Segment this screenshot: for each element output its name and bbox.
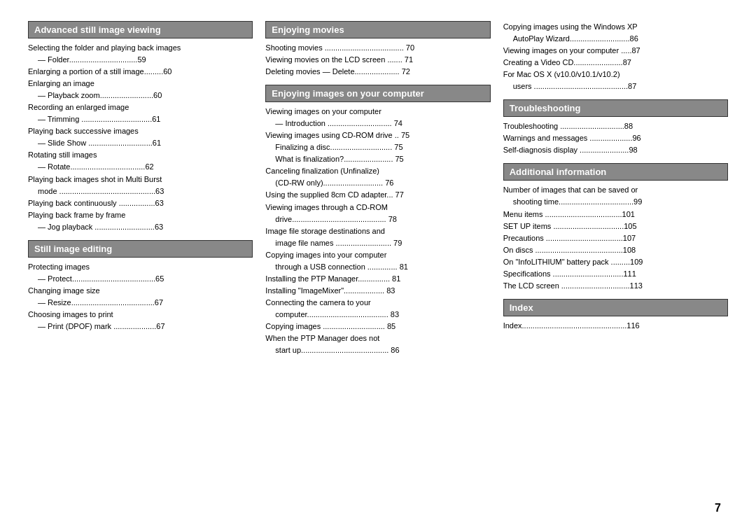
toc-entry: Index...................................… [503, 320, 728, 332]
section-header-troubleshooting: Troubleshooting [503, 99, 728, 117]
toc-entry: Connecting the camera to your [265, 297, 490, 309]
toc-entry: image file names .......................… [265, 237, 490, 249]
section-index: Index Index.............................… [503, 299, 728, 332]
toc-entry: AutoPlay Wizard.........................… [503, 33, 728, 45]
section-still-image-editing: Still image editing Protecting images — … [28, 240, 253, 332]
toc-entry: Creating a Video CD.....................… [503, 57, 728, 69]
section-advanced-still-image-viewing: Advanced still image viewing Selecting t… [28, 21, 253, 233]
toc-entry: Protecting images [28, 261, 253, 273]
toc-entry: SET UP items ...........................… [503, 220, 728, 232]
toc-entry: For Mac OS X (v10.0/v10.1/v10.2) [503, 69, 728, 80]
toc-entry: When the PTP Manager does not [265, 332, 490, 344]
section-header-enjoying-images: Enjoying images on your computer [265, 85, 490, 102]
toc-entry: Shooting movies ........................… [265, 42, 490, 54]
toc-entry: Enlarging an image [28, 78, 253, 90]
toc-entry: Self-diagnosis display .................… [503, 144, 728, 156]
toc-entry: Specifications .........................… [503, 268, 728, 280]
col-1: Advanced still image viewing Selecting t… [28, 21, 253, 511]
toc-entry: — Print (DPOF) mark ....................… [28, 321, 253, 332]
toc-entry: mode ...................................… [28, 186, 253, 197]
toc-entry: Viewing movies on the LCD screen .......… [265, 54, 490, 66]
toc-entry: — Folder................................… [28, 54, 253, 66]
section-header-advanced: Advanced still image viewing [28, 21, 253, 38]
toc-entry: start up................................… [265, 344, 490, 356]
section-header-still-editing: Still image editing [28, 240, 253, 258]
toc-entry: Viewing images using CD-ROM drive .. 75 [265, 130, 490, 141]
toc-entry: Copying images .........................… [265, 321, 490, 332]
toc-entry: Using the supplied 8cm CD adapter... 77 [265, 189, 490, 201]
toc-entry: — Resize................................… [28, 297, 253, 309]
toc-entry: — Rotate................................… [28, 161, 253, 173]
toc-entry: Troubleshooting ........................… [503, 120, 728, 132]
toc-entry: Changing image size [28, 285, 253, 297]
toc-entry: shooting time...........................… [503, 196, 728, 208]
toc-entry: users ..................................… [503, 80, 728, 92]
toc-entry: computer................................… [265, 309, 490, 321]
toc-entry: Installing "ImageMixer".................… [265, 285, 490, 297]
toc-entry: Menu items .............................… [503, 209, 728, 220]
toc-entry: Playing back frame by frame [28, 209, 253, 221]
toc-entry: Choosing images to print [28, 309, 253, 321]
toc-entry: Finalizing a disc.......................… [265, 141, 490, 153]
toc-entry: — Slide Show ...........................… [28, 137, 253, 149]
page-number: 7 [715, 502, 721, 514]
toc-entry: — Protect...............................… [28, 273, 253, 285]
toc-entry: Playing back successive images [28, 125, 253, 137]
toc-entry: Recording an enlarged image [28, 102, 253, 113]
toc-entry: Copying images using the Windows XP [503, 21, 728, 33]
section-enjoying-images-computer: Enjoying images on your computer Viewing… [265, 85, 490, 356]
toc-entry: What is finalization?...................… [265, 153, 490, 165]
toc-entry: — Jog playback .........................… [28, 221, 253, 233]
toc-entry: On "InfoLITHIUM" battery pack .........1… [503, 256, 728, 268]
toc-entry: Playing back images shot in Multi Burst [28, 174, 253, 186]
toc-entry: On discs ...............................… [503, 244, 728, 256]
toc-columns: Advanced still image viewing Selecting t… [28, 21, 728, 511]
col-2: Enjoying movies Shooting movies ........… [265, 21, 490, 511]
toc-entry: Enlarging a portion of a still image....… [28, 66, 253, 78]
toc-entry: Number of images that can be saved or [503, 184, 728, 196]
toc-entry: Warnings and messages ..................… [503, 132, 728, 144]
toc-entry: Image file storage destinations and [265, 225, 490, 237]
section-header-additional-info: Additional information [503, 163, 728, 181]
toc-entry: Viewing images through a CD-ROM [265, 202, 490, 214]
toc-entry: Viewing images on your computer .....87 [503, 45, 728, 57]
toc-entry: Deleting movies — Delete................… [265, 66, 490, 78]
section-header-enjoying-movies: Enjoying movies [265, 21, 490, 38]
toc-entry: Viewing images on your computer [265, 106, 490, 118]
toc-entry: Selecting the folder and playing back im… [28, 42, 253, 54]
section-enjoying-movies: Enjoying movies Shooting movies ........… [265, 21, 490, 78]
section-troubleshooting: Troubleshooting Troubleshooting ........… [503, 99, 728, 156]
section-additional-information: Additional information Number of images … [503, 163, 728, 291]
col-3: Copying images using the Windows XP Auto… [503, 21, 728, 511]
toc-entry: The LCD screen .........................… [503, 280, 728, 292]
toc-entry: — Trimming .............................… [28, 113, 253, 125]
toc-entry: through a USB connection .............. … [265, 261, 490, 273]
toc-entry: (CD-RW only)............................… [265, 177, 490, 189]
section-header-index: Index [503, 299, 728, 316]
toc-entry: — Introduction .........................… [265, 118, 490, 130]
toc-entry: Installing the PTP Manager..............… [265, 273, 490, 285]
toc-entry: Copying images into your computer [265, 249, 490, 261]
toc-entry: Rotating still images [28, 149, 253, 161]
section-windows-xp-continuation: Copying images using the Windows XP Auto… [503, 21, 728, 92]
toc-entry: Canceling finalization (Unfinalize) [265, 165, 490, 177]
toc-entry: drive...................................… [265, 214, 490, 225]
page-container: Advanced still image viewing Selecting t… [0, 0, 756, 532]
toc-entry: Precautions ............................… [503, 232, 728, 244]
toc-entry: — Playback zoom.........................… [28, 90, 253, 102]
toc-entry: Playing back continuously ..............… [28, 197, 253, 209]
